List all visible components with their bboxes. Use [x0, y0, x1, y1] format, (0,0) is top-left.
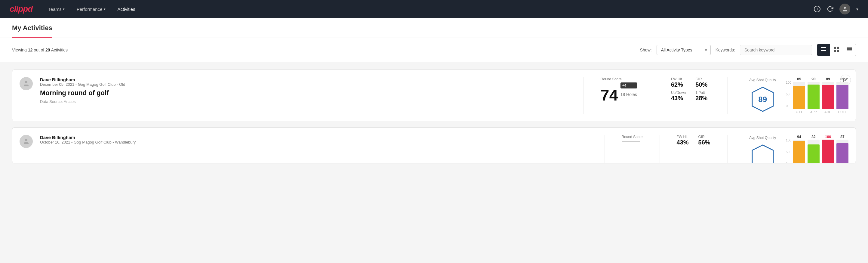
nav-activities[interactable]: Activities [116, 4, 136, 14]
y-label-50: 50 [786, 92, 791, 96]
putt-value: 89 [840, 77, 844, 81]
activity-card: Dave Billingham October 16, 2021 - Gog M… [12, 127, 856, 164]
hexagon: 89 [749, 86, 776, 113]
keywords-label: Keywords: [715, 48, 735, 52]
app-label: APP [810, 110, 817, 114]
svg-point-3 [844, 7, 846, 9]
svg-rect-10 [837, 50, 839, 52]
bar2-arg: 106 ARG [822, 135, 834, 164]
gir-value: 50% [695, 81, 710, 88]
player-name: Dave Billingham [40, 77, 567, 82]
fw-hit-value: 43% [677, 139, 689, 146]
list-full-toggle[interactable] [843, 44, 856, 56]
gir-label: GIR [699, 135, 710, 139]
holes-value: 18 Holes [620, 92, 637, 97]
add-button[interactable] [813, 5, 821, 12]
page-header: My Activities [0, 18, 868, 38]
app-value: 90 [811, 77, 815, 81]
shot-quality-section: Avg Shot Quality 89 100 50 0 [749, 77, 848, 114]
hexagon [749, 144, 776, 164]
round-score-section: Round Score [622, 135, 643, 142]
updown-label: Up/Down [671, 91, 686, 95]
putt-label: PUTT [838, 110, 847, 114]
hex-value: 89 [758, 95, 767, 104]
bar-ott: 85 OTT [793, 77, 805, 114]
score-value: 74 [600, 87, 618, 103]
viewing-text: Viewing 12 out of 29 Activities [12, 48, 635, 52]
search-input[interactable] [740, 45, 812, 55]
player-name: Dave Billingham [40, 135, 588, 140]
round-title: Morning round of golf [40, 89, 567, 97]
grid-toggle[interactable] [830, 44, 843, 56]
data-source: Data Source: Arccos [40, 99, 567, 104]
refresh-button[interactable] [827, 6, 833, 12]
one-putt-value: 28% [695, 95, 710, 102]
ott-value: 85 [797, 77, 801, 81]
svg-rect-11 [847, 47, 852, 48]
page-title: My Activities [12, 24, 52, 38]
activity-card: Dave Billingham December 05, 2021 - Gog … [12, 69, 856, 121]
gir-value: 56% [699, 139, 710, 146]
avatar-chevron-icon[interactable]: ▾ [856, 7, 858, 11]
fw-hit-value: 62% [671, 81, 686, 88]
fw-hit-label: FW Hit [671, 77, 686, 81]
ott-label: OTT [796, 110, 802, 114]
avg-shot-quality-label: Avg Shot Quality [749, 136, 776, 140]
svg-rect-7 [834, 47, 836, 49]
bar-putt: 89 PUTT [836, 77, 848, 114]
user-avatar[interactable] [839, 4, 850, 14]
list-compact-toggle[interactable] [817, 44, 830, 56]
fw-hit-label: FW Hit [677, 135, 689, 139]
nav-teams[interactable]: Teams ▾ [47, 4, 66, 14]
teams-chevron-icon: ▾ [63, 7, 65, 11]
svg-point-17 [25, 139, 27, 141]
divider [659, 135, 660, 164]
arg-value: 89 [826, 77, 830, 81]
bar2-ott: 94 OTT [793, 135, 805, 164]
filter-bar: Viewing 12 out of 29 Activities Show: Al… [0, 38, 868, 62]
performance-chevron-icon: ▾ [104, 7, 105, 11]
activity-type-filter[interactable]: All Activity Types ▾ [657, 45, 711, 55]
divider [604, 135, 605, 164]
bar2-putt: 87 PUTT [836, 135, 848, 164]
y-label-100: 100 [786, 81, 791, 84]
shot-quality-chart-2: 100 50 0 94 OTT 82 [786, 135, 848, 164]
stats-grid: FW Hit 43% GIR 56% [677, 135, 710, 146]
divider [654, 77, 654, 114]
svg-point-15 [25, 81, 27, 83]
bar2-app: 82 APP [808, 135, 819, 164]
bar-arg: 89 ARG [822, 77, 834, 114]
divider [727, 77, 727, 114]
svg-rect-9 [834, 50, 836, 52]
svg-rect-4 [821, 47, 826, 48]
viewing-total: 29 [45, 48, 50, 52]
svg-rect-13 [847, 49, 852, 50]
stats-grid: FW Hit 62% GIR 50% Up/Down 43% 1 Putt 28… [671, 77, 710, 102]
activity-type-select[interactable]: All Activity Types [657, 45, 711, 55]
brand-logo[interactable]: clippd [10, 4, 32, 14]
svg-rect-5 [821, 49, 826, 49]
show-label: Show: [640, 48, 652, 52]
shot-quality-chart: 100 50 0 85 OTT [786, 77, 848, 114]
svg-rect-6 [821, 50, 826, 51]
date-location: December 05, 2021 - Gog Magog Golf Club … [40, 82, 567, 87]
main-content: Dave Billingham December 05, 2021 - Gog … [0, 62, 868, 177]
navbar: clippd Teams ▾ Performance ▾ Activities … [0, 0, 868, 18]
viewing-count: 12 [28, 48, 33, 52]
svg-marker-18 [752, 145, 773, 164]
divider [727, 135, 727, 164]
score-badge: +4 [620, 83, 637, 88]
bar-app: 90 APP [808, 77, 819, 114]
round-score-label: Round Score [600, 77, 637, 81]
y-label-0: 0 [786, 104, 791, 108]
avatar [20, 77, 33, 90]
nav-performance[interactable]: Performance ▾ [75, 4, 107, 14]
round-score-label: Round Score [622, 135, 643, 139]
nav-icons: ▾ [813, 4, 858, 14]
date-location: October 16, 2021 - Gog Magog Golf Club -… [40, 140, 588, 144]
one-putt-label: 1 Putt [695, 91, 710, 95]
divider [584, 77, 584, 114]
updown-value: 43% [671, 95, 686, 102]
arg-label: ARG [825, 110, 832, 114]
avatar [20, 135, 33, 148]
